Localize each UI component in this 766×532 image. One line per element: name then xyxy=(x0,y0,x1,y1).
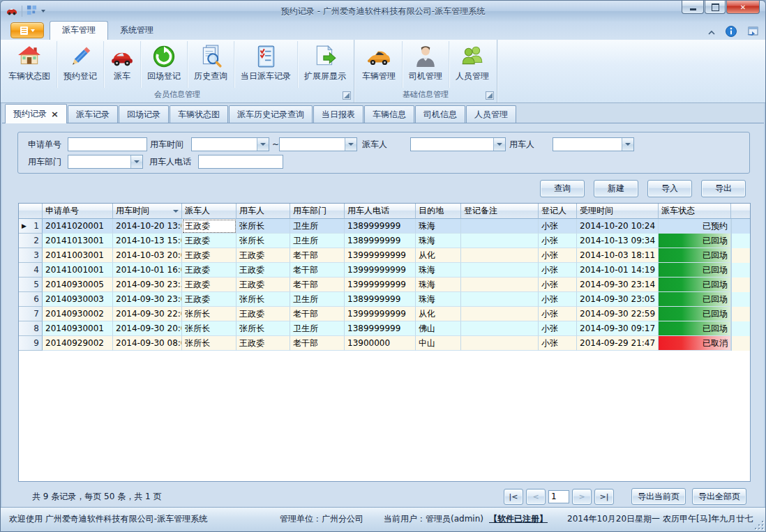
return-register-button[interactable]: 回场登记 xyxy=(141,41,188,88)
table-cell-remark[interactable] xyxy=(461,307,539,321)
last-page-button[interactable]: >| xyxy=(594,489,614,505)
doc-tab-6[interactable]: 车辆信息 xyxy=(364,105,414,123)
row-header[interactable]: 6 xyxy=(19,292,43,307)
table-cell-dept[interactable]: 老干部 xyxy=(290,278,345,292)
table-cell-use_time[interactable]: 2014-10-13 15:00 xyxy=(113,234,182,248)
table-cell-phone[interactable]: 13999999999 xyxy=(345,263,416,278)
table-cell-status[interactable]: 已回场 xyxy=(659,278,731,292)
table-cell-phone[interactable]: 13999999999 xyxy=(345,278,416,292)
table-cell-order_no[interactable]: 20140930005 xyxy=(43,278,113,292)
column-header-dept[interactable]: 用车部门 xyxy=(290,204,345,219)
doc-tab-4[interactable]: 派车历史记录查询 xyxy=(229,105,313,123)
table-cell-dispatcher[interactable]: 王政委 xyxy=(182,278,236,292)
doc-tab-1[interactable]: 派车记录 xyxy=(68,105,118,123)
table-cell-registrar[interactable]: 小张 xyxy=(539,307,577,321)
row-header[interactable]: 2 xyxy=(19,234,43,248)
column-header-dispatcher[interactable]: 派车人 xyxy=(182,204,236,219)
table-cell-destination[interactable]: 从化 xyxy=(416,307,461,321)
table-cell-use_time[interactable]: 2014-10-03 20:00 xyxy=(113,248,182,263)
table-cell-accept_time[interactable]: 2014-10-01 14:19 xyxy=(577,263,659,278)
software-registered-link[interactable]: 【软件已注册】 xyxy=(489,513,548,525)
table-cell-dept[interactable]: 老干部 xyxy=(290,248,345,263)
table-cell-registrar[interactable]: 小张 xyxy=(539,219,577,234)
table-cell-accept_time[interactable]: 2014-09-30 09:17 xyxy=(577,321,659,336)
table-cell-use_time[interactable]: 2014-09-30 22:00 xyxy=(113,307,182,321)
table-cell-dept[interactable]: 卫生所 xyxy=(290,219,345,234)
table-cell-accept_time[interactable]: 2014-10-13 09:34 xyxy=(577,234,659,248)
collapse-ribbon-icon[interactable] xyxy=(707,28,716,38)
quick-access-dropdown-icon[interactable] xyxy=(41,10,45,13)
resize-grip[interactable] xyxy=(755,521,763,529)
tab-close-icon[interactable]: × xyxy=(51,111,59,118)
row-header[interactable]: 4 xyxy=(19,263,43,278)
dialog-launcher-icon[interactable] xyxy=(486,91,494,100)
table-cell-dispatcher[interactable]: 王政委 xyxy=(182,234,236,248)
table-row[interactable]: 3201410030012014-10-03 20:00王政委王政委老干部139… xyxy=(19,248,750,263)
table-cell-dispatcher[interactable]: 张所长 xyxy=(182,321,236,336)
table-cell-dispatcher[interactable]: 张所长 xyxy=(182,307,236,321)
table-cell-order_no[interactable]: 20141003001 xyxy=(43,248,113,263)
table-cell-status[interactable]: 已回场 xyxy=(659,292,731,307)
table-cell-status[interactable]: 已回场 xyxy=(659,248,731,263)
table-cell-phone[interactable]: 13999999999 xyxy=(345,248,416,263)
app-menu-button[interactable] xyxy=(10,22,44,38)
doc-tab-3[interactable]: 车辆状态图 xyxy=(170,105,228,123)
prev-page-button[interactable]: < xyxy=(526,489,546,505)
table-cell-remark[interactable] xyxy=(461,234,539,248)
table-cell-status[interactable]: 已回场 xyxy=(659,307,731,321)
table-row[interactable]: 7201409300022014-09-30 22:00张所长王政委老干部139… xyxy=(19,307,750,321)
info-icon[interactable] xyxy=(726,26,737,39)
row-header[interactable]: 5 xyxy=(19,278,43,292)
table-cell-registrar[interactable]: 小张 xyxy=(539,321,577,336)
table-cell-user[interactable]: 王政委 xyxy=(236,336,290,351)
use-time-from-combo[interactable] xyxy=(191,137,269,151)
table-cell-remark[interactable] xyxy=(461,321,539,336)
table-cell-status[interactable]: 已取消 xyxy=(659,336,731,351)
table-cell-dept[interactable]: 老干部 xyxy=(290,307,345,321)
table-cell-dispatcher[interactable]: 王政委 xyxy=(182,263,236,278)
table-row[interactable]: 2201410130012014-10-13 15:00王政委张所长卫生所138… xyxy=(19,234,750,248)
table-cell-dept[interactable]: 卫生所 xyxy=(290,292,345,307)
table-cell-user[interactable]: 张所长 xyxy=(236,292,290,307)
table-cell-phone[interactable]: 13999999999 xyxy=(345,307,416,321)
column-filter-icon[interactable] xyxy=(173,210,179,213)
next-page-button[interactable]: > xyxy=(572,489,592,505)
table-cell-user[interactable]: 张所长 xyxy=(236,234,290,248)
table-cell-accept_time[interactable]: 2014-09-29 21:47 xyxy=(577,336,659,351)
table-cell-phone[interactable]: 1389999999 xyxy=(345,219,416,234)
quick-access-layout-icon[interactable] xyxy=(27,5,37,17)
row-header[interactable]: 9 xyxy=(19,336,43,351)
dept-combo[interactable] xyxy=(68,155,143,169)
new-button[interactable]: 新建 xyxy=(594,180,638,197)
table-cell-destination[interactable]: 珠海 xyxy=(416,219,461,234)
doc-tab-8[interactable]: 人员管理 xyxy=(466,105,516,123)
table-cell-user[interactable]: 王政委 xyxy=(236,278,290,292)
dialog-launcher-icon[interactable] xyxy=(343,91,351,100)
table-cell-registrar[interactable]: 小张 xyxy=(539,248,577,263)
column-header-destination[interactable]: 目的地 xyxy=(416,204,461,219)
switch-window-icon[interactable] xyxy=(746,26,758,39)
table-row[interactable]: 4201410010012014-10-01 16:00王政委王政委老干部139… xyxy=(19,263,750,278)
table-cell-destination[interactable]: 从化 xyxy=(416,248,461,263)
reservation-register-button[interactable]: 预约登记 xyxy=(57,41,104,88)
order-no-input[interactable] xyxy=(68,137,147,151)
table-cell-dispatcher[interactable]: 张所长 xyxy=(182,336,236,351)
row-header[interactable]: 7 xyxy=(19,307,43,321)
table-row[interactable]: 9201409290022014-09-30 08:00张所长王政委老干部139… xyxy=(19,336,750,351)
table-cell-phone[interactable]: 1389999999 xyxy=(345,292,416,307)
table-cell-registrar[interactable]: 小张 xyxy=(539,263,577,278)
import-button[interactable]: 导入 xyxy=(647,180,692,197)
column-header-accept_time[interactable]: 受理时间 xyxy=(577,204,659,219)
vehicle-status-chart-button[interactable]: 车辆状态图 xyxy=(2,41,57,88)
export-button[interactable]: 导出 xyxy=(701,180,746,197)
table-cell-order_no[interactable]: 20140930003 xyxy=(43,292,113,307)
column-header-remark[interactable]: 登记备注 xyxy=(461,204,539,219)
row-header[interactable]: 8 xyxy=(19,321,43,336)
table-cell-user[interactable]: 王政委 xyxy=(236,307,290,321)
table-row[interactable]: 8201409300012014-09-30 20:00张所长张所长卫生所138… xyxy=(19,321,750,336)
dispatcher-combo[interactable] xyxy=(410,137,506,151)
table-cell-user[interactable]: 张所长 xyxy=(236,321,290,336)
query-button[interactable]: 查询 xyxy=(540,180,585,197)
table-cell-remark[interactable] xyxy=(461,278,539,292)
doc-tab-7[interactable]: 司机信息 xyxy=(415,105,465,123)
